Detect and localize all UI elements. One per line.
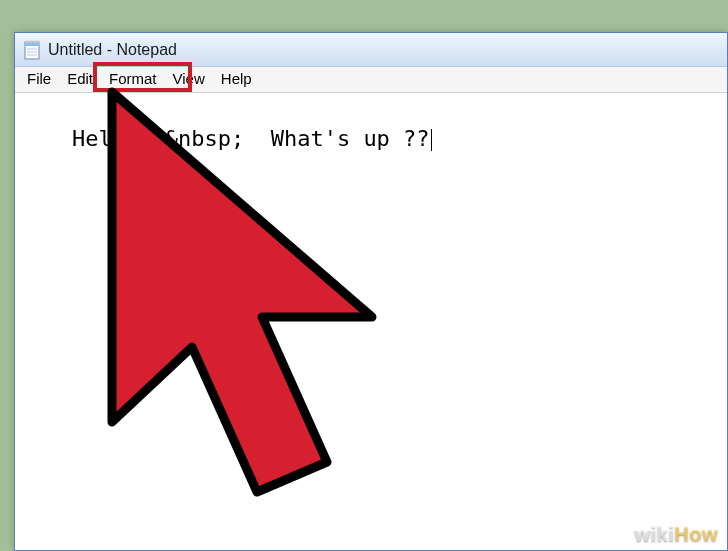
text-editor[interactable]: Hello! &nbsp; What's up ?? [15,93,727,550]
svg-point-2 [26,40,29,43]
svg-point-5 [37,40,40,43]
menu-help[interactable]: Help [213,67,260,92]
notepad-icon [23,39,41,61]
menu-edit[interactable]: Edit [59,67,101,92]
watermark-wiki: wiki [634,523,674,545]
notepad-window: Untitled - Notepad File Edit Format View… [14,32,728,551]
svg-point-3 [30,40,33,43]
window-title: Untitled - Notepad [48,41,177,59]
titlebar: Untitled - Notepad [15,33,727,67]
text-caret [431,129,432,151]
editor-content: Hello! &nbsp; What's up ?? [72,126,430,151]
menu-file[interactable]: File [19,67,59,92]
watermark: wikiHow [634,523,718,546]
menubar: File Edit Format View Help [15,67,727,93]
menu-view[interactable]: View [165,67,213,92]
menu-format[interactable]: Format [101,67,165,92]
watermark-how: How [674,523,718,545]
svg-point-4 [33,40,36,43]
